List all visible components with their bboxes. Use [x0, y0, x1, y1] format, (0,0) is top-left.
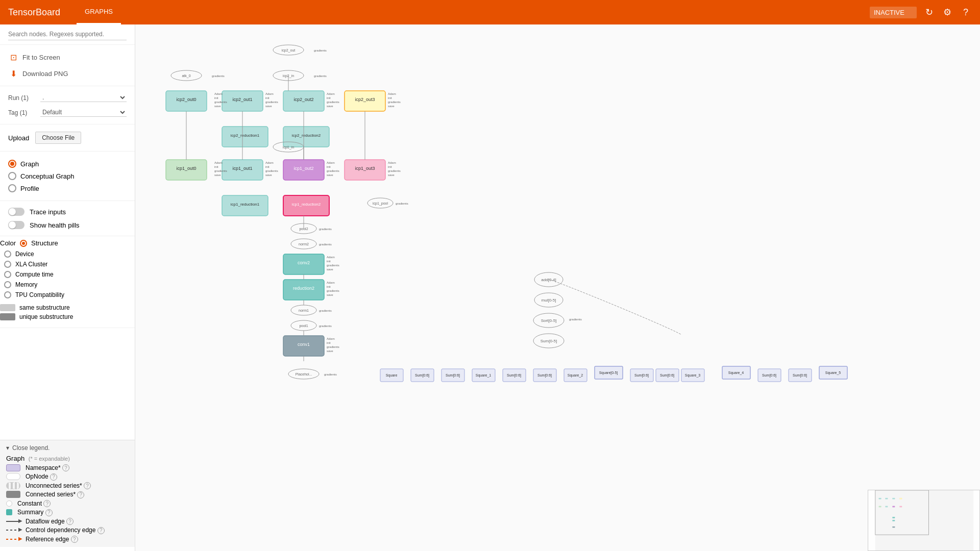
same-substructure-label: same substructure [19, 304, 70, 311]
nav-item-graphs[interactable]: GRAPHS [77, 0, 121, 24]
unconnected-icon [6, 482, 20, 489]
upload-section: Upload Choose File [0, 124, 135, 152]
svg-text:Square[0-5]: Square[0-5] [599, 371, 618, 375]
constant-label: Constant ? [17, 500, 51, 508]
svg-text:Adam: Adam [265, 92, 274, 95]
minimap[interactable] [868, 490, 980, 551]
color-structure-radio-inline[interactable] [20, 240, 27, 247]
svg-text:icp2_out3: icp2_out3 [355, 97, 375, 102]
color-memory-radio [4, 281, 11, 288]
svg-rect-161 [893, 520, 895, 521]
health-pills-label: Show health pills [30, 221, 80, 229]
upload-label: Upload [8, 134, 29, 142]
graph-mode-section: Graph Conceptual Graph Profile [0, 152, 135, 201]
fit-download-section: ⊡ Fit to Screen ⬇ Download PNG [0, 45, 135, 86]
download-png-button[interactable]: ⬇ Download PNG [8, 65, 68, 82]
svg-text:save: save [327, 293, 333, 296]
summary-label: Summary ? [17, 509, 53, 516]
radio-conceptual[interactable]: Conceptual Graph [8, 170, 127, 182]
svg-text:norm1: norm1 [299, 309, 309, 312]
radio-graph[interactable]: Graph [8, 158, 127, 170]
help-icon[interactable]: ? [960, 6, 972, 18]
refresh-icon[interactable]: ↻ [923, 6, 935, 18]
control-dep-icon [6, 530, 20, 531]
color-memory-label: Memory [15, 281, 37, 288]
run-tag-section: Run (1) . Tag (1) Default [0, 86, 135, 124]
svg-rect-155 [899, 498, 902, 499]
color-xla[interactable]: XLA Cluster [4, 259, 135, 269]
color-tpu[interactable]: TPU Compatibility [4, 290, 135, 300]
reference-label: Reference edge ? [26, 536, 78, 543]
opnode-label: OpNode ? [26, 473, 57, 481]
trace-inputs-toggle[interactable] [8, 208, 24, 216]
color-device-radio [4, 251, 11, 258]
dataflow-arrow-icon [6, 521, 20, 522]
svg-text:icp2_out1: icp2_out1 [232, 97, 252, 102]
svg-text:icp1_out1: icp1_out1 [232, 166, 252, 171]
health-pills-toggle[interactable] [8, 221, 24, 229]
legend-header[interactable]: ▾ Close legend. [6, 444, 129, 452]
download-png-label: Download PNG [22, 70, 68, 78]
tag-select[interactable]: Default [40, 108, 127, 117]
svg-text:gradients: gradients [314, 49, 327, 52]
run-select[interactable]: . [40, 93, 127, 102]
fit-icon: ⊡ [8, 52, 18, 62]
run-selector[interactable]: INACTIVE [870, 7, 917, 18]
svg-text:icp2_reduction2: icp2_reduction2 [292, 133, 321, 138]
svg-rect-158 [893, 506, 895, 507]
svg-text:gradients: gradients [214, 169, 227, 172]
namespace-help-icon[interactable]: ? [62, 464, 69, 471]
svg-rect-157 [886, 506, 888, 507]
legend-item-dataflow: Dataflow edge ? [6, 518, 129, 525]
svg-text:gradients: gradients [314, 74, 327, 78]
choose-file-button[interactable]: Choose File [35, 132, 81, 144]
svg-text:gradients: gradients [319, 309, 332, 312]
constant-help-icon[interactable]: ? [43, 500, 51, 507]
svg-text:init: init [327, 260, 331, 263]
svg-text:Adam: Adam [327, 256, 335, 259]
svg-rect-156 [879, 506, 881, 507]
settings-icon[interactable]: ⚙ [941, 6, 953, 18]
svg-text:save: save [214, 105, 221, 108]
namespace-label: Namespace* ? [26, 464, 69, 472]
opnode-help-icon[interactable]: ? [50, 473, 57, 481]
svg-text:Adam: Adam [388, 161, 396, 164]
unconnected-help-icon[interactable]: ? [84, 482, 91, 489]
color-device[interactable]: Device [4, 249, 135, 259]
svg-text:icp1_out3: icp1_out3 [355, 166, 375, 171]
dataflow-help-icon[interactable]: ? [66, 518, 74, 525]
color-tpu-label: TPU Compatibility [15, 291, 64, 298]
graph-area[interactable]: icp2_out0 icp2_out1 icp2_out2 icp2_out3 … [135, 24, 980, 551]
svg-text:gradients: gradients [327, 101, 339, 104]
svg-text:Placehol...: Placehol... [296, 372, 312, 376]
search-input[interactable] [8, 29, 127, 40]
download-icon: ⬇ [8, 68, 18, 79]
fit-to-screen-label: Fit to Screen [22, 54, 60, 61]
radio-profile[interactable]: Profile [8, 182, 127, 194]
summary-help-icon[interactable]: ? [45, 509, 53, 516]
color-compute-radio [4, 271, 11, 278]
connected-icon [6, 491, 20, 498]
control-help-icon[interactable]: ? [97, 527, 105, 534]
radio-conceptual-label: Conceptual Graph [20, 172, 75, 180]
color-compute[interactable]: Compute time [4, 269, 135, 280]
svg-text:icp2_out0: icp2_out0 [176, 97, 196, 102]
opnode-icon [6, 473, 20, 480]
fit-to-screen-button[interactable]: ⊡ Fit to Screen [8, 49, 60, 65]
svg-text:gradients: gradients [388, 101, 401, 104]
svg-text:icp1_reduction2: icp1_reduction2 [292, 202, 321, 207]
svg-rect-152 [879, 498, 881, 499]
svg-text:gradients: gradients [327, 289, 339, 292]
legend-item-namespace: Namespace* ? [6, 464, 129, 472]
same-substructure-swatch [0, 304, 15, 311]
svg-text:gradients: gradients [388, 169, 401, 172]
run-row: Run (1) . [8, 90, 127, 105]
svg-rect-151 [875, 490, 973, 551]
svg-text:Adam: Adam [265, 161, 274, 164]
color-memory[interactable]: Memory [4, 280, 135, 290]
reference-help-icon[interactable]: ? [71, 536, 78, 543]
connected-help-icon[interactable]: ? [77, 491, 84, 498]
svg-rect-162 [893, 527, 895, 528]
topbar-nav: GRAPHS [77, 0, 121, 24]
legend-items: Namespace* ? OpNode ? Unconnected series… [6, 464, 129, 543]
